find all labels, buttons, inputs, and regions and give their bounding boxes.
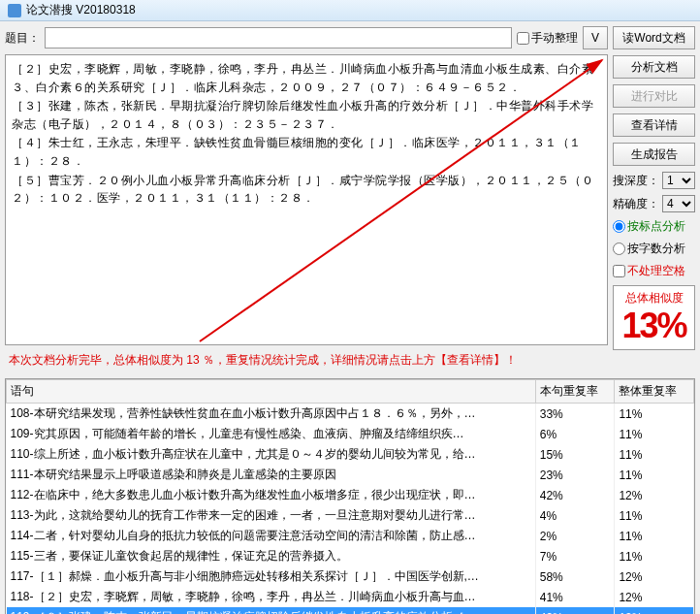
topic-input[interactable] <box>45 27 512 48</box>
cell-rate1: 49% <box>535 607 615 614</box>
cell-rate2: 12% <box>615 587 694 607</box>
cell-sentence: 112-在临床中，绝大多数患儿血小板计数升高为继发性血小板增多症，很少出现症状，… <box>7 485 536 505</box>
cell-rate2: 12% <box>615 607 694 614</box>
cell-sentence: 111-本研究结果显示上呼吸道感染和肺炎是儿童感染的主要原因 <box>7 465 536 485</box>
cell-rate1: 7% <box>535 546 615 566</box>
cell-rate1: 33% <box>535 404 615 425</box>
manual-sort-check[interactable] <box>517 32 529 45</box>
cell-rate2: 11% <box>615 526 694 546</box>
results-table: 语句 本句重复率 整体重复率 108-本研究结果发现，营养性缺铁性贫血在血小板计… <box>6 379 694 614</box>
cell-sentence: 110-综上所述，血小板计数升高症状在儿童中，尤其是０～４岁的婴幼儿间较为常见，… <box>7 444 536 465</box>
table-row[interactable]: 110-综上所述，血小板计数升高症状在儿童中，尤其是０～４岁的婴幼儿间较为常见，… <box>7 444 694 465</box>
reference-line: ［４］朱士红，王永志，朱理平．缺铁性贫血骨髓巨核细胞的变化［Ｊ］．临床医学，２０… <box>12 134 601 170</box>
col-rate1[interactable]: 本句重复率 <box>535 380 615 404</box>
cell-rate2: 11% <box>615 546 694 566</box>
by-punct-label: 按标点分析 <box>627 218 685 235</box>
v-button[interactable]: V <box>583 26 608 49</box>
table-row[interactable]: 115-三者，要保证儿童饮食起居的规律性，保证充足的营养摄入。7%11% <box>7 546 694 566</box>
manual-sort-label: 手动整理 <box>531 30 578 47</box>
cell-sentence: 115-三者，要保证儿童饮食起居的规律性，保证充足的营养摄入。 <box>7 546 536 566</box>
read-word-button[interactable]: 读Word文档 <box>613 26 695 49</box>
reference-line: ［２］史宏，李晓辉，周敏，李晓静，徐鸣，李丹，冉丛兰．川崎病血小板升高与血清血小… <box>12 60 601 96</box>
window-title: 论文潜搜 V20180318 <box>26 2 136 18</box>
analyze-button[interactable]: 分析文档 <box>613 55 695 79</box>
depth-label: 搜深度： <box>613 173 659 189</box>
cell-sentence: 113-为此，这就给婴幼儿的抚育工作带来一定的困难，一者，一旦注意期对婴幼儿进行… <box>7 505 536 526</box>
cell-rate1: 15% <box>535 444 615 465</box>
depth-select[interactable]: 1 <box>662 172 695 189</box>
similarity-panel: 总体相似度 13% <box>613 285 695 350</box>
table-row[interactable]: 109-究其原因，可能随着年龄的增长，儿童患有慢性感染、血液病、肿瘤及结缔组织疾… <box>7 424 694 444</box>
cell-rate1: 6% <box>535 424 615 444</box>
table-row[interactable]: 111-本研究结果显示上呼吸道感染和肺炎是儿童感染的主要原因23%11% <box>7 465 694 485</box>
table-row[interactable]: 113-为此，这就给婴幼儿的抚育工作带来一定的困难，一者，一旦注意期对婴幼儿进行… <box>7 505 694 526</box>
cell-rate2: 11% <box>615 404 694 425</box>
cell-sentence: 118-［２］史宏，李晓辉，周敏，李晓静，徐鸣，李丹，冉丛兰．川崎病血小板升高与… <box>7 587 536 607</box>
status-message: 本次文档分析完毕，总体相似度为 13 ％，重复情况统计完成，详细情况请点击上方【… <box>5 350 608 371</box>
ignore-space-label: 不处理空格 <box>627 263 685 279</box>
details-button[interactable]: 查看详情 <box>613 113 695 137</box>
cell-rate2: 11% <box>615 505 694 526</box>
similarity-label: 总体相似度 <box>618 290 690 307</box>
col-sentence[interactable]: 语句 <box>7 380 536 404</box>
cell-rate1: 41% <box>535 587 615 607</box>
table-row[interactable]: 112-在临床中，绝大多数患儿血小板计数升高为继发性血小板增多症，很少出现症状，… <box>7 485 694 505</box>
reference-panel: ［２］史宏，李晓辉，周敏，李晓静，徐鸣，李丹，冉丛兰．川崎病血小板升高与血清血小… <box>5 54 608 345</box>
cell-rate2: 11% <box>615 465 694 485</box>
cell-rate2: 12% <box>615 566 694 587</box>
topic-label: 题目： <box>5 30 40 47</box>
table-row[interactable]: 117-［１］郝燥．血小板升高与非小细胞肺癌远处转移相关系探讨［Ｊ］．中国医学创… <box>7 566 694 587</box>
manual-sort-checkbox[interactable]: 手动整理 <box>517 30 578 47</box>
compare-button[interactable]: 进行对比 <box>613 84 695 108</box>
table-row[interactable]: 114-二者，针对婴幼儿自身的抵抗力较低的问题需要注意活动空间的清洁和除菌，防止… <box>7 526 694 546</box>
cell-rate2: 11% <box>615 424 694 444</box>
col-rate2[interactable]: 整体重复率 <box>615 380 694 404</box>
similarity-value: 13% <box>618 307 690 345</box>
app-icon <box>8 4 21 17</box>
table-row[interactable]: 108-本研究结果发现，营养性缺铁性贫血在血小板计数升高原因中占１８．６％，另外… <box>7 404 694 425</box>
cell-sentence: 117-［１］郝燥．血小板升高与非小细胞肺癌远处转移相关系探讨［Ｊ］．中国医学创… <box>7 566 536 587</box>
cell-rate1: 4% <box>535 505 615 526</box>
cell-sentence: 109-究其原因，可能随着年龄的增长，儿童患有慢性感染、血液病、肿瘤及结缔组织疾… <box>7 424 536 444</box>
cell-rate1: 23% <box>535 465 615 485</box>
cell-rate1: 2% <box>535 526 615 546</box>
by-count-radio[interactable]: 按字数分析 <box>613 241 695 257</box>
table-row[interactable]: 119-［３］张建，陈杰，张新民．早期抗凝治疗脾切除后继发性血小板升高的疗效分析… <box>7 607 694 614</box>
cell-rate2: 11% <box>615 444 694 465</box>
by-count-label: 按字数分析 <box>627 241 685 257</box>
cell-rate1: 58% <box>535 566 615 587</box>
report-button[interactable]: 生成报告 <box>613 143 695 166</box>
by-punct-radio[interactable]: 按标点分析 <box>613 218 695 235</box>
accuracy-select[interactable]: 4 <box>662 195 695 212</box>
reference-line: ［３］张建，陈杰，张新民．早期抗凝治疗脾切除后继发性血小板升高的疗效分析［Ｊ］．… <box>12 97 601 133</box>
cell-rate2: 12% <box>615 485 694 505</box>
cell-sentence: 119-［３］张建，陈杰，张新民．早期抗凝治疗脾切除后继发性血小板升高的疗效分析… <box>7 607 536 614</box>
reference-line: ［５］曹宝芳．２０例小儿血小板异常升高临床分析［Ｊ］．咸宁学院学报（医学版），２… <box>12 172 601 208</box>
cell-sentence: 114-二者，针对婴幼儿自身的抵抗力较低的问题需要注意活动空间的清洁和除菌，防止… <box>7 526 536 546</box>
cell-rate1: 42% <box>535 485 615 505</box>
ignore-space-checkbox[interactable]: 不处理空格 <box>613 263 695 279</box>
accuracy-label: 精确度： <box>613 196 659 212</box>
cell-sentence: 108-本研究结果发现，营养性缺铁性贫血在血小板计数升高原因中占１８．６％，另外… <box>7 404 536 425</box>
table-row[interactable]: 118-［２］史宏，李晓辉，周敏，李晓静，徐鸣，李丹，冉丛兰．川崎病血小板升高与… <box>7 587 694 607</box>
